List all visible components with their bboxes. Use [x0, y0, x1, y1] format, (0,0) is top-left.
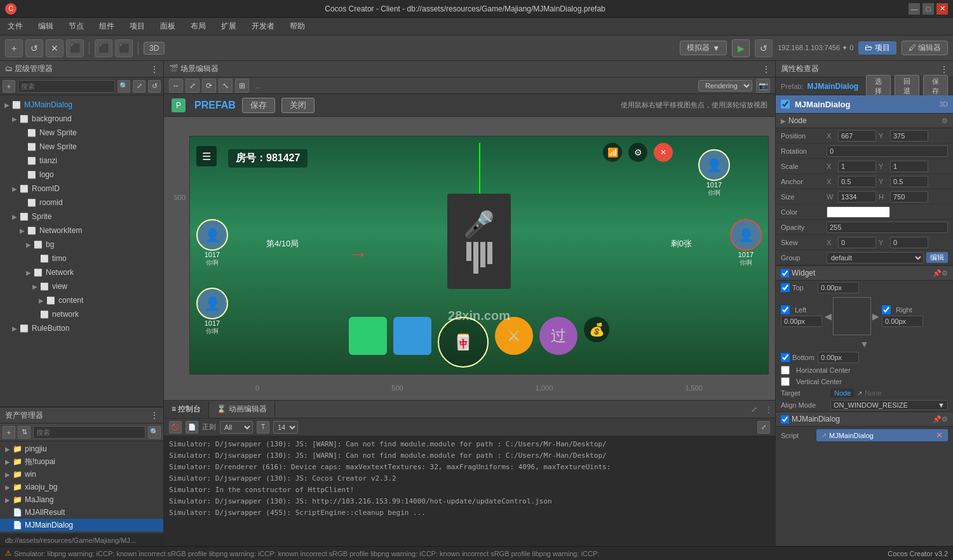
color-picker[interactable] [827, 206, 890, 218]
tree-item-bg[interactable]: ▶ ⬜ bg [0, 237, 163, 251]
console-more-btn[interactable]: ⋮ [762, 405, 775, 414]
asset-search[interactable] [33, 426, 145, 439]
play-button[interactable]: ▶ [732, 39, 750, 57]
console-fontsize-select[interactable]: 14 12 16 [273, 421, 298, 434]
console-level-select[interactable]: All Warn Error [220, 421, 253, 434]
group-dropdown[interactable]: default [827, 252, 924, 263]
hierarchy-add[interactable]: + [3, 80, 15, 93]
menu-panel[interactable]: 面板 [158, 20, 178, 33]
prefab-select-btn[interactable]: 选择 [866, 75, 891, 98]
prefab-close-button[interactable]: 关闭 [281, 98, 314, 113]
toolbar-stop[interactable]: ✕ [46, 39, 64, 57]
node-active-checkbox[interactable] [781, 100, 790, 109]
hierarchy-expand[interactable]: ⤢ [133, 80, 145, 93]
scene-menu-icon[interactable]: ☰ [196, 146, 217, 166]
menu-layout[interactable]: 布局 [188, 20, 208, 33]
game-btn-2[interactable] [393, 317, 431, 355]
toolbar-btn4[interactable]: ⬛ [66, 39, 84, 57]
prefab-return-btn[interactable]: 回退 [895, 75, 919, 98]
widget-vcenter-check[interactable] [781, 377, 790, 386]
widget-top-check[interactable] [781, 283, 790, 292]
props-more[interactable]: ⋮ [940, 65, 948, 74]
project-button[interactable]: 🗁 项目 [858, 41, 896, 55]
asset-pingjiu[interactable]: ▶ 📁 pingjiu [0, 443, 163, 455]
maximize-button[interactable]: □ [923, 3, 934, 15]
mjdialog-section-header[interactable]: MJMainDialog 📌 ⚙ [776, 411, 953, 427]
widget-bottom-check[interactable] [781, 353, 790, 362]
menu-component[interactable]: 组件 [97, 20, 117, 33]
asset-tuopai[interactable]: ▶ 📁 拖!tuopai [0, 455, 163, 468]
console-collapse-btn[interactable]: ⤢ [757, 421, 770, 434]
tree-item-logo[interactable]: ▶ ⬜ logo [0, 168, 163, 182]
toolbar-3d-toggle[interactable]: 3D [144, 42, 165, 55]
tree-item-background[interactable]: ▶ ⬜ background [0, 112, 163, 126]
editor-button[interactable]: 🖊 编辑器 [902, 41, 948, 55]
align-mode-dropdown[interactable]: ON_WINDOW_RESIZE ▼ [830, 400, 948, 410]
tree-item-roomid-child[interactable]: ▶ ⬜ roomid [0, 196, 163, 210]
console-filter2-btn[interactable]: T [257, 421, 269, 434]
hierarchy-more[interactable]: ⋮ [151, 65, 158, 74]
widget-bottom-input[interactable] [818, 352, 859, 363]
skew-y-input[interactable] [890, 237, 928, 248]
anchor-y-input[interactable] [890, 176, 928, 187]
toolbar-refresh[interactable]: ↺ [25, 39, 43, 57]
console-tab-animation[interactable]: ⌛ 动画编辑器 [209, 401, 274, 417]
asset-xiaoju[interactable]: ▶ 📁 xiaoju_bg [0, 481, 163, 493]
menu-project[interactable]: 项目 [127, 20, 147, 33]
mjdialog-gear-icon[interactable]: ⚙ [942, 415, 948, 423]
skew-x-input[interactable] [838, 237, 876, 248]
widget-hcenter-check[interactable] [781, 366, 790, 375]
scene-canvas[interactable]: ☰ 房号：981427 📶 ⚙ ✕ 👤 1017 你啊 [189, 136, 769, 375]
tree-item-networkitem[interactable]: ▶ ⬜ NetworkItem [0, 223, 163, 237]
tree-item-content[interactable]: ▶ ⬜ content [0, 293, 163, 307]
hierarchy-search-btn[interactable]: 🔍 [118, 80, 130, 93]
toolbar-btn6[interactable]: ⬛ [115, 39, 133, 57]
widget-top-input[interactable] [818, 282, 859, 293]
prefab-save-btn2[interactable]: 保存 [923, 75, 948, 98]
tree-item-mjmaindialog[interactable]: ▶ ⬜ MJMainDialog [0, 98, 163, 112]
widget-left-check[interactable] [781, 305, 790, 314]
asset-sort[interactable]: ⇅ [18, 426, 30, 439]
scene-tool-grid[interactable]: ⊞ [235, 79, 249, 93]
mjdialog-active-check[interactable] [781, 415, 789, 423]
node-section-header[interactable]: ▶ Node ⚙ [776, 113, 953, 128]
scale-x-input[interactable] [838, 161, 876, 172]
size-w-input[interactable] [838, 191, 876, 203]
scene-tool-scale[interactable]: ⟳ [202, 79, 216, 93]
toolbar-add[interactable]: + [5, 39, 23, 57]
simulator-dropdown[interactable]: 模拟器 ▼ [680, 41, 727, 55]
reload-button[interactable]: ↺ [755, 39, 773, 57]
script-link-icon[interactable]: ↗ [821, 432, 827, 439]
game-btn-1[interactable] [349, 317, 387, 355]
tree-item-network-leaf[interactable]: ▶ ⬜ network [0, 307, 163, 321]
tree-item-timo[interactable]: ▶ ⬜ timo [0, 251, 163, 265]
console-expand-btn[interactable]: ⤢ [746, 405, 762, 414]
asset-majiang[interactable]: ▶ 📁 MaJiang [0, 493, 163, 506]
target-link-icon[interactable]: ↗ [857, 390, 862, 397]
menu-node[interactable]: 节点 [66, 20, 86, 33]
position-x-input[interactable] [838, 130, 876, 142]
scene-camera-btn[interactable]: 📷 [756, 79, 770, 93]
tree-item-rulebutton[interactable]: ▶ ⬜ RuleButton [0, 321, 163, 335]
tree-item-newsprite2[interactable]: ▶ ⬜ New Sprite [0, 140, 163, 154]
script-remove-btn[interactable]: ✕ [936, 430, 943, 440]
rotation-input[interactable] [827, 145, 948, 157]
asset-mjallresult[interactable]: ▶ 📄 MJAllResult [0, 506, 163, 519]
scene-area[interactable]: 500 ☰ 房号：981427 📶 ⚙ ✕ [164, 117, 775, 400]
game-btn-5[interactable]: 💰 [584, 317, 609, 342]
game-btn-4[interactable]: 过 [539, 317, 578, 355]
menu-edit[interactable]: 编辑 [36, 20, 56, 33]
tree-item-network[interactable]: ▶ ⬜ Network [0, 265, 163, 279]
tree-item-newsprite1[interactable]: ▶ ⬜ New Sprite [0, 126, 163, 140]
size-h-input[interactable] [890, 191, 928, 203]
toolbar-btn5[interactable]: ⬛ [95, 39, 112, 57]
widget-gear-icon[interactable]: ⚙ [942, 269, 948, 277]
widget-left-input[interactable] [781, 316, 822, 327]
tree-item-tianzi[interactable]: ▶ ⬜ tianzi [0, 154, 163, 168]
opacity-input[interactable] [827, 222, 948, 233]
scene-tool-rotate[interactable]: ⤢ [186, 79, 199, 93]
menu-file[interactable]: 文件 [5, 20, 25, 33]
console-filter-btn[interactable]: 📄 [186, 421, 198, 434]
menu-help[interactable]: 帮助 [287, 20, 308, 33]
position-y-input[interactable] [890, 130, 928, 142]
